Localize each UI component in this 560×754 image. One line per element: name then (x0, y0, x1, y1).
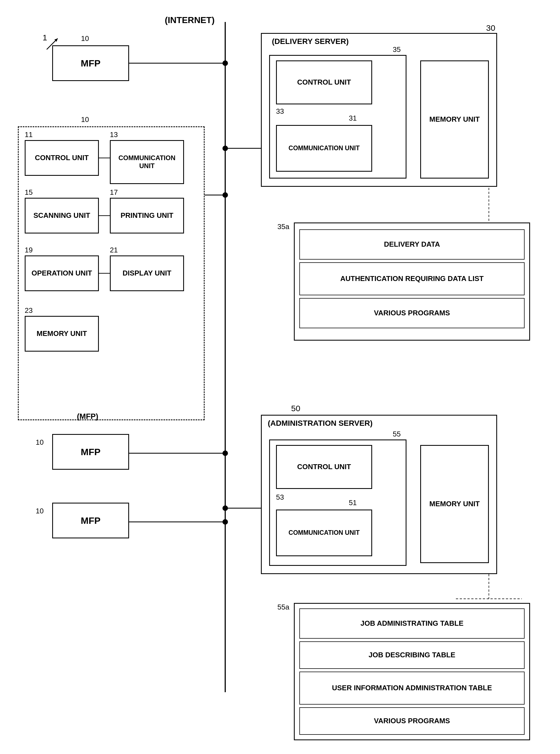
ref-33: 33 (276, 107, 284, 116)
comm-unit-as: COMMUNICATION UNIT (276, 510, 372, 556)
ref-13: 13 (110, 131, 118, 139)
mfp-bot-box: MFP (52, 503, 129, 538)
control-unit-as: CONTROL UNIT (276, 445, 372, 489)
ref-30: 30 (486, 23, 495, 33)
comm-unit-ds: COMMUNICATION UNIT (276, 125, 372, 172)
svg-point-10 (222, 145, 228, 151)
internet-label: (INTERNET) (165, 15, 215, 25)
mfp-inner-label: (MFP) (77, 412, 98, 421)
control-unit-ds: CONTROL UNIT (276, 60, 372, 104)
ref-10d: 10 (36, 507, 44, 515)
job-desc-table: JOB DESCRIBING TABLE (299, 641, 524, 669)
ref-55a: 55a (277, 603, 289, 612)
ref-21: 21 (110, 246, 118, 254)
svg-point-2 (222, 60, 228, 66)
svg-point-4 (222, 451, 228, 456)
ref-15: 15 (25, 188, 33, 197)
svg-point-12 (222, 505, 228, 511)
scanning-unit: SCANNING UNIT (25, 198, 99, 234)
admin-server-label: (ADMINISTRATION SERVER) (268, 419, 373, 428)
ref-53: 53 (276, 493, 284, 501)
control-unit-mfp: CONTROL UNIT (25, 140, 99, 176)
delivery-server-label: (DELIVERY SERVER) (272, 37, 349, 46)
svg-point-6 (222, 519, 228, 524)
ref-17: 17 (110, 188, 118, 197)
diagram: (INTERNET) 1 MFP 10 10 (MFP) CONTROL UNI… (0, 0, 560, 754)
mfp-mid-box: MFP (52, 434, 129, 470)
ref-51: 51 (349, 499, 357, 507)
ref-35: 35 (393, 45, 401, 54)
memory-unit-mfp: MEMORY UNIT (25, 316, 99, 352)
job-admin-table: JOB ADMINISTRATING TABLE (299, 609, 524, 639)
printing-unit: PRINTING UNIT (110, 198, 184, 234)
svg-point-8 (222, 192, 228, 198)
various-programs-ds: VARIOUS PROGRAMS (299, 298, 524, 328)
ref-35a: 35a (277, 222, 289, 231)
ref-10b: 10 (81, 115, 89, 124)
comm-unit-mfp: COMMUNICATION UNIT (110, 140, 184, 184)
ref-11: 11 (25, 131, 33, 139)
various-programs-as: VARIOUS PROGRAMS (299, 707, 524, 735)
memory-unit-as: MEMORY UNIT (420, 445, 489, 563)
memory-unit-ds: MEMORY UNIT (420, 60, 489, 179)
display-unit: DISPLAY UNIT (110, 255, 184, 291)
user-info-table: USER INFORMATION ADMINISTRATION TABLE (299, 672, 524, 705)
delivery-data-box: DELIVERY DATA (299, 230, 524, 260)
operation-unit: OPERATION UNIT (25, 255, 99, 291)
ref-31: 31 (349, 114, 357, 122)
ref-10a: 10 (81, 34, 89, 43)
auth-data-box: AUTHENTICATION REQUIRING DATA LIST (299, 262, 524, 295)
mfp-top-box: MFP (52, 45, 129, 81)
ref-50: 50 (291, 404, 300, 413)
ref-23: 23 (25, 306, 33, 315)
ref-10c: 10 (36, 438, 44, 447)
ref-19: 19 (25, 246, 33, 254)
ref-55: 55 (393, 430, 401, 438)
